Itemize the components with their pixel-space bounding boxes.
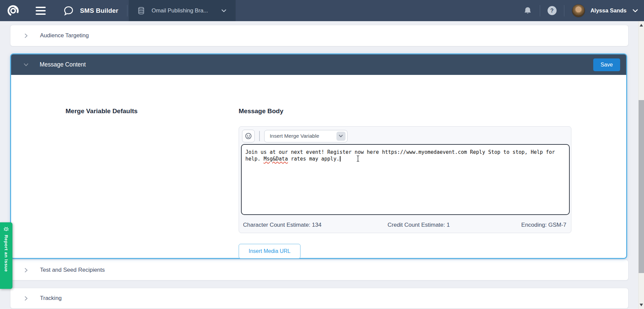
message-stats-row: Character Count Estimate: 134 Credit Cou… bbox=[243, 222, 566, 229]
encoding-indicator: Encoding: GSM-7 bbox=[521, 222, 566, 228]
message-line-2: help. Msg&Data rates may apply. bbox=[245, 156, 565, 163]
top-navbar: SMS Builder Omail Publishing Bra... bbox=[0, 0, 644, 21]
message-content-panel: Message Content Save Merge Variable Defa… bbox=[10, 53, 627, 259]
insert-merge-variable-dropdown[interactable]: Insert Merge Variable bbox=[264, 130, 348, 142]
chevron-right-icon bbox=[23, 267, 29, 273]
character-count-label: Character Count Estimate: bbox=[243, 222, 310, 228]
omeda-logo-icon[interactable] bbox=[6, 4, 20, 18]
accordion-title: Audience Targeting bbox=[40, 32, 89, 39]
editor-toolbar: Insert Merge Variable bbox=[242, 130, 348, 142]
message-line-2-start: help. bbox=[245, 156, 264, 162]
scrollbar-thumb[interactable] bbox=[639, 100, 644, 273]
accordion-test-and-seed-recipients[interactable]: Test and Seed Recipients bbox=[10, 260, 629, 280]
encoding-label: Encoding: bbox=[521, 222, 547, 228]
message-line-1: Join us at our next event! Register now … bbox=[245, 149, 565, 156]
smiley-icon bbox=[245, 132, 252, 140]
text-caret bbox=[340, 156, 340, 162]
accordion-title: Message Content bbox=[40, 61, 86, 68]
chevron-right-icon bbox=[23, 296, 29, 301]
emoji-picker-button[interactable] bbox=[242, 130, 255, 142]
character-count-value: 134 bbox=[312, 222, 321, 228]
encoding-value: GSM-7 bbox=[548, 222, 566, 228]
chevron-down-icon bbox=[336, 132, 346, 141]
omeda-logo-svg bbox=[6, 4, 20, 17]
help-icon[interactable]: ? bbox=[548, 6, 557, 15]
accordion-message-content-header[interactable]: Message Content Save bbox=[11, 54, 626, 75]
user-name[interactable]: Alyssa Sands bbox=[591, 7, 627, 14]
message-body-textarea[interactable]: Join us at our next event! Register now … bbox=[241, 144, 570, 215]
scrollbar-down-arrow[interactable] bbox=[640, 304, 643, 306]
help-question-glyph: ? bbox=[548, 6, 557, 15]
save-button[interactable]: Save bbox=[593, 58, 620, 71]
navbar-left: SMS Builder Omail Publishing Bra... bbox=[0, 0, 236, 21]
report-an-issue-tab[interactable]: Report an Issue bbox=[0, 222, 12, 289]
credit-count-value: 1 bbox=[447, 222, 450, 228]
app-title-group: SMS Builder bbox=[63, 5, 118, 16]
accordion-tracking[interactable]: Tracking bbox=[10, 288, 629, 309]
chevron-down-icon bbox=[23, 62, 29, 68]
bug-icon bbox=[3, 225, 10, 232]
accordion-audience-targeting[interactable]: Audience Targeting bbox=[10, 25, 629, 46]
navbar-divider bbox=[127, 5, 127, 16]
vertical-scrollbar[interactable] bbox=[638, 21, 644, 309]
chat-bubble-icon bbox=[63, 5, 74, 16]
merge-variable-defaults-heading: Merge Variable Defaults bbox=[66, 107, 137, 115]
navbar-divider bbox=[564, 5, 564, 16]
message-line-2-end: rates may apply. bbox=[288, 156, 339, 162]
report-an-issue-label: Report an Issue bbox=[4, 235, 9, 272]
character-count-estimate: Character Count Estimate: 134 bbox=[243, 222, 321, 228]
credit-count-label: Credit Count Estimate: bbox=[388, 222, 445, 228]
navbar-right: ? Alyssa Sands bbox=[523, 0, 644, 21]
scrollbar-up-arrow[interactable] bbox=[640, 24, 643, 27]
hamburger-menu-icon[interactable] bbox=[36, 7, 46, 15]
message-body-heading: Message Body bbox=[239, 107, 283, 115]
ibeam-mouse-cursor bbox=[356, 155, 360, 164]
user-avatar[interactable] bbox=[572, 4, 585, 17]
insert-merge-variable-label: Insert Merge Variable bbox=[270, 133, 319, 139]
toolbar-divider bbox=[259, 131, 260, 141]
spellcheck-flagged-word: Msg&Data bbox=[264, 156, 288, 162]
user-menu-chevron-down-icon[interactable] bbox=[632, 7, 639, 14]
notifications-bell-icon[interactable] bbox=[523, 6, 532, 15]
message-editor-container: Insert Merge Variable Join us at our nex… bbox=[239, 126, 571, 233]
brand-selector-label: Omail Publishing Bra... bbox=[152, 7, 208, 14]
credit-count-estimate: Credit Count Estimate: 1 bbox=[388, 222, 450, 228]
accordion-title: Test and Seed Recipients bbox=[40, 267, 105, 273]
database-icon bbox=[137, 6, 146, 15]
brand-selector-dropdown[interactable]: Omail Publishing Bra... bbox=[129, 0, 236, 21]
navbar-divider bbox=[540, 5, 540, 16]
app-title: SMS Builder bbox=[80, 7, 118, 14]
message-content-body: Merge Variable Defaults Message Body bbox=[11, 75, 626, 258]
chevron-down-icon bbox=[221, 8, 227, 14]
insert-media-url-button[interactable]: Insert Media URL bbox=[239, 244, 300, 259]
chevron-right-icon bbox=[23, 33, 29, 39]
sms-builder-page: SMS Builder Omail Publishing Bra... bbox=[0, 0, 644, 309]
accordion-title: Tracking bbox=[40, 295, 62, 302]
